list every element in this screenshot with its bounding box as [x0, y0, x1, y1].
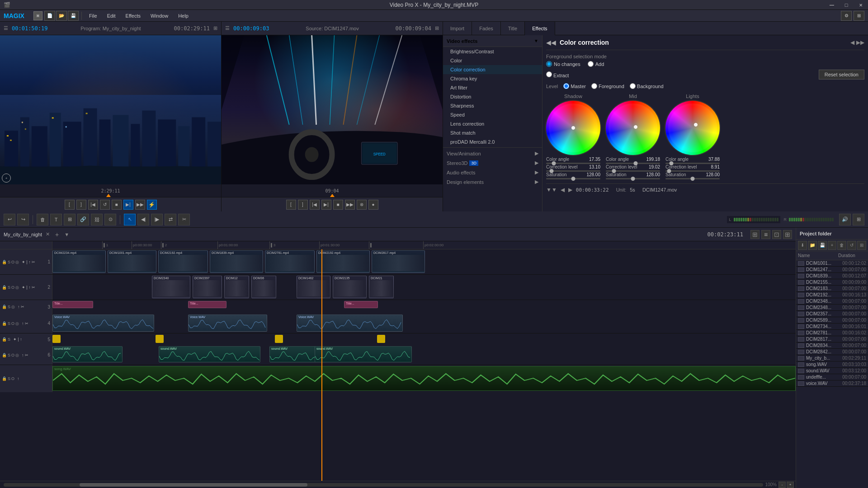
project-list-item[interactable]: DCIM2155... 00:00:09:00	[796, 279, 868, 286]
fx-prodad[interactable]: proDAD Mercalli 2.0	[443, 137, 542, 146]
fx-art-filter[interactable]: Art filter	[443, 83, 542, 92]
tab-fades[interactable]: Fades	[472, 22, 501, 35]
timeline-ruler[interactable]: ▌1p0:00:30:00▌2p0:01:00:00▌3p0:01:30:00▌…	[52, 241, 796, 249]
tool-select[interactable]: ↖	[124, 214, 136, 225]
track-1-snap[interactable]: ◎	[15, 260, 19, 264]
clip-1-3[interactable]: DCIM1839.mp4	[210, 250, 263, 273]
track-7-mute[interactable]: O	[11, 376, 14, 381]
project-list-item[interactable]: DCIM2357... 00:00:07:00	[796, 311, 868, 317]
track-6-mute[interactable]: O	[11, 353, 14, 357]
new-btn[interactable]: 📄	[44, 11, 55, 21]
track-2-content[interactable]: DCIM2340 DCIM2397 DCIM12 DOM36 DCIM1462 …	[52, 275, 796, 300]
panel-icon-right[interactable]: ▶▶	[856, 39, 864, 46]
clip-4-2[interactable]: Voice.WAV	[297, 314, 403, 332]
source-out-btn[interactable]: ]	[298, 200, 308, 210]
track-2-lock[interactable]: 🔒	[2, 285, 7, 290]
marker-3[interactable]	[377, 335, 385, 343]
track-2-snap[interactable]: ◎	[15, 285, 19, 290]
clip-3-1[interactable]: Title...	[188, 301, 226, 308]
timeline-tab-menu[interactable]: ▼	[64, 232, 69, 237]
menu-help[interactable]: Help	[174, 12, 193, 19]
menu-effects[interactable]: Effects	[121, 12, 145, 19]
source-goto-in-btn[interactable]: |◀	[310, 200, 320, 210]
tool-volume[interactable]: 🔊	[839, 214, 851, 225]
clip-6-3[interactable]: sound.WAV	[315, 346, 412, 362]
track-6-solo[interactable]: S	[8, 353, 10, 357]
fx-section-view[interactable]: View/Animation ▶	[443, 149, 542, 158]
tl-icon-grid[interactable]: ⊞	[750, 230, 760, 239]
track-2-solo[interactable]: S	[8, 285, 10, 290]
wheel-correction-slider-1[interactable]	[606, 170, 660, 172]
radio-master-label[interactable]: Master	[563, 83, 586, 89]
wheel-circle-2[interactable]	[665, 101, 720, 155]
track-1-mute[interactable]: O	[11, 260, 14, 264]
fx-color-correction[interactable]: Color correction	[443, 65, 542, 74]
clip-3-2[interactable]: Title...	[344, 301, 378, 308]
tool-grid[interactable]: ⊞	[853, 214, 864, 225]
video-effects-dropdown-icon[interactable]: ▼	[534, 38, 538, 43]
radio-foreground[interactable]	[591, 83, 597, 89]
track-5-lock[interactable]: 🔒	[2, 337, 7, 342]
track-3-content[interactable]: Title...Title...Title...	[52, 300, 796, 314]
source-next-btn[interactable]: ⊗	[357, 200, 367, 210]
project-list-item[interactable]: DCIM2348... 00:00:07:00	[796, 305, 868, 311]
project-list-item[interactable]: DCIM2348... 00:00:07:00	[796, 298, 868, 305]
wheel-correction-thumb-1[interactable]	[612, 169, 616, 173]
radio-extract[interactable]	[546, 71, 552, 77]
wheel-correction-slider-0[interactable]	[546, 170, 600, 172]
zoom-in-btn[interactable]: +	[787, 482, 794, 488]
track-2-mute[interactable]: O	[11, 285, 14, 290]
source-record-btn[interactable]: ●	[368, 200, 378, 210]
source-menu-icon[interactable]: ☰	[225, 25, 230, 31]
wheel-indicator-0[interactable]	[571, 126, 575, 130]
track-3-lock[interactable]: 🔒	[2, 305, 7, 309]
program-expand-icon[interactable]: ⊞	[213, 25, 217, 31]
nav-next-icon[interactable]: ▶	[568, 187, 572, 193]
fx-brightness[interactable]: Brightness/Contrast	[443, 47, 542, 56]
timeline-add-tab[interactable]: +	[55, 231, 59, 238]
fx-lens-correction[interactable]: Lens correction	[443, 119, 542, 128]
horizontal-scrollbar-thumb[interactable]	[80, 483, 307, 487]
radio-foreground-label[interactable]: Foreground	[591, 83, 624, 89]
track-3-snap[interactable]: ◎	[11, 305, 15, 309]
project-list-item[interactable]: DCIM2192... 00:00:16:13	[796, 292, 868, 298]
program-next-btn[interactable]: ▶▶	[135, 200, 145, 210]
project-list-item[interactable]: undefffe... 00:00:07:00	[796, 374, 868, 380]
track-7-solo[interactable]: S	[8, 376, 10, 381]
project-list-item[interactable]: DCIM2817... 00:00:07:00	[796, 336, 868, 343]
fx-distortion[interactable]: Distortion	[443, 92, 542, 101]
tool-text[interactable]: T	[50, 214, 62, 225]
clip-1-6[interactable]: DCIM2817.mp4	[372, 250, 425, 273]
clip-3-0[interactable]: Title...	[52, 301, 93, 308]
clip-2-5[interactable]: DCIM2135	[333, 276, 367, 298]
project-list-item[interactable]: sound.WAV 00:03:12:00	[796, 368, 868, 374]
fx-sharpness[interactable]: Sharpness	[443, 101, 542, 110]
program-lightning-icon[interactable]: ⚡	[147, 200, 157, 210]
program-prev-btn[interactable]: |◀	[88, 200, 98, 210]
wheel-indicator-1[interactable]	[634, 125, 637, 129]
wheel-indicator-2[interactable]	[694, 123, 698, 127]
track-7-content[interactable]: song.WAV	[52, 365, 796, 392]
track-6-content[interactable]: sound.WAV sound.WAV sound.WAV sound.WAV	[52, 345, 796, 365]
fx-color[interactable]: Color	[443, 56, 542, 65]
wheel-circle-1[interactable]	[606, 101, 660, 155]
clip-6-0[interactable]: sound.WAV	[52, 346, 123, 362]
marker-1[interactable]	[156, 335, 164, 343]
track-4-content[interactable]: Voice.WAV Voice.WAV Voice.WAV	[52, 314, 796, 333]
program-menu-icon[interactable]: ☰	[4, 25, 8, 31]
source-goto-out-btn[interactable]: ▶|	[321, 200, 331, 210]
track-1-solo[interactable]: S	[8, 260, 10, 264]
fx-chroma-key[interactable]: Chroma key	[443, 74, 542, 83]
wheel-saturation-thumb-0[interactable]	[571, 177, 576, 181]
program-in-btn[interactable]: [	[65, 200, 75, 210]
tl-icon-list[interactable]: ≡	[761, 230, 770, 239]
video-effects-header[interactable]: Video effects ▼	[443, 35, 542, 47]
wheel-saturation-slider-1[interactable]	[606, 178, 660, 179]
source-stop-btn[interactable]: ■	[333, 200, 343, 210]
tl-icon-compact[interactable]: ⊡	[772, 230, 781, 239]
tool-trim-left[interactable]: ◀|	[137, 214, 149, 225]
wheel-saturation-thumb-2[interactable]	[691, 177, 695, 181]
track-4-lock[interactable]: 🔒	[2, 321, 7, 326]
track-1-lock[interactable]: 🔒	[2, 260, 7, 264]
clip-2-1[interactable]: DCIM2397	[193, 276, 222, 298]
